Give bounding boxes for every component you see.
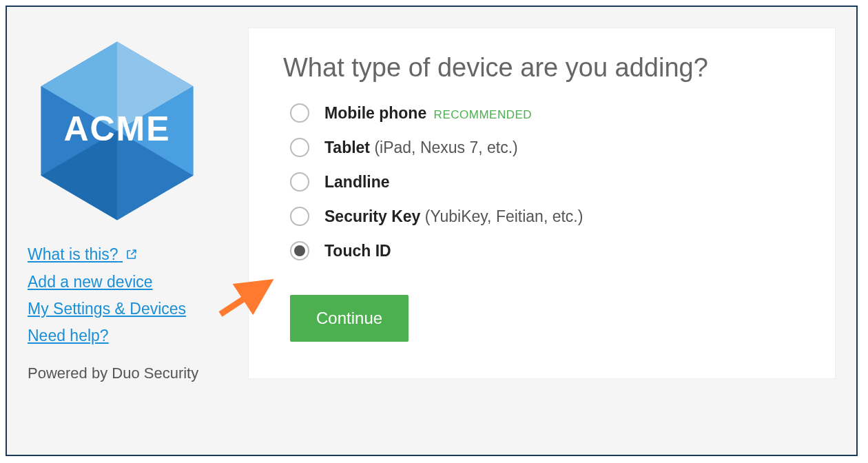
radio-icon bbox=[290, 207, 309, 226]
radio-icon bbox=[290, 241, 309, 260]
page-title: What type of device are you adding? bbox=[283, 53, 800, 83]
radio-icon bbox=[290, 103, 309, 123]
radio-icon bbox=[290, 172, 309, 192]
main-panel: What type of device are you adding? Mobi… bbox=[248, 28, 836, 379]
org-logo: ACME bbox=[28, 34, 207, 227]
option-label: Tablet (iPad, Nexus 7, etc.) bbox=[324, 138, 518, 157]
link-what-is-this[interactable]: What is this? bbox=[28, 241, 138, 269]
link-label: What is this? bbox=[28, 245, 118, 263]
option-security-key[interactable]: Security Key (YubiKey, Feitian, etc.) bbox=[290, 207, 800, 226]
link-need-help[interactable]: Need help? bbox=[28, 322, 109, 349]
option-mobile-phone[interactable]: Mobile phone RECOMMENDED bbox=[290, 103, 800, 123]
option-landline[interactable]: Landline bbox=[290, 172, 800, 192]
option-label: Security Key (YubiKey, Feitian, etc.) bbox=[324, 207, 583, 226]
recommended-badge: RECOMMENDED bbox=[434, 108, 532, 121]
radio-icon bbox=[290, 138, 309, 157]
option-touch-id[interactable]: Touch ID bbox=[290, 241, 800, 260]
option-label: Touch ID bbox=[324, 242, 391, 260]
option-label: Mobile phone RECOMMENDED bbox=[324, 104, 532, 123]
continue-button[interactable]: Continue bbox=[290, 295, 409, 342]
sidebar-links: What is this? Add a new device My Settin… bbox=[28, 241, 241, 349]
link-my-settings[interactable]: My Settings & Devices bbox=[28, 296, 186, 322]
logo-text: ACME bbox=[63, 109, 170, 149]
option-label: Landline bbox=[324, 173, 390, 192]
powered-by-text: Powered by Duo Security bbox=[28, 364, 241, 382]
hexagon-logo-icon: ACME bbox=[34, 38, 200, 224]
sidebar: ACME What is this? Add a new device My S… bbox=[28, 28, 241, 434]
option-tablet[interactable]: Tablet (iPad, Nexus 7, etc.) bbox=[290, 138, 800, 157]
auth-dialog-frame: ACME What is this? Add a new device My S… bbox=[6, 6, 858, 456]
device-type-options: Mobile phone RECOMMENDED Tablet (iPad, N… bbox=[290, 103, 800, 260]
link-add-device[interactable]: Add a new device bbox=[28, 269, 153, 296]
external-link-icon bbox=[125, 242, 138, 269]
